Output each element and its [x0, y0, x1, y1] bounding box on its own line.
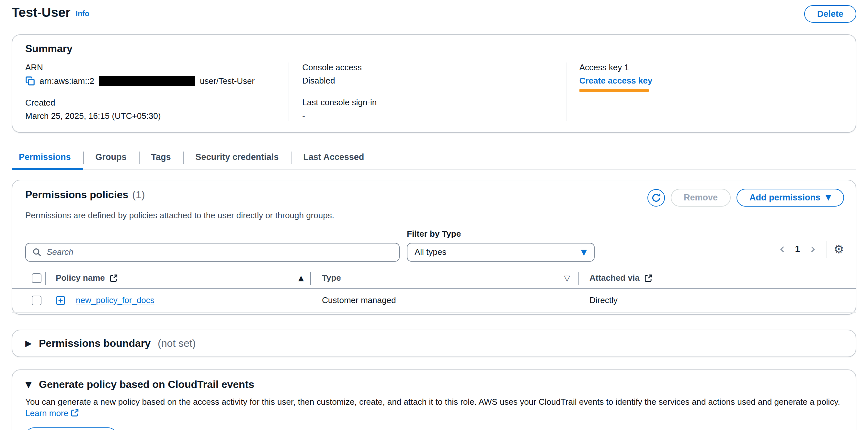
- column-type[interactable]: Type ▽: [311, 268, 579, 288]
- generate-policy-button[interactable]: Generate policy: [25, 427, 117, 430]
- permissions-policies-card: Permissions policies (1) Remove Add perm…: [12, 180, 856, 314]
- expand-row-icon[interactable]: [56, 296, 65, 305]
- permissions-boundary-card[interactable]: ▶ Permissions boundary (not set): [12, 330, 856, 357]
- last-signin-label: Last console sign-in: [302, 97, 553, 108]
- policies-table: Policy name ▲ Type ▽ Attached v: [12, 268, 856, 313]
- highlight-underline: [580, 89, 649, 92]
- permissions-boundary-title: Permissions boundary: [39, 337, 151, 349]
- permissions-boundary-status: (not set): [158, 337, 196, 349]
- permissions-policies-count: (1): [132, 189, 145, 201]
- summary-col-access-key: Access key 1 Create access key: [566, 62, 843, 121]
- chevron-right-icon: [808, 245, 817, 253]
- prev-page-button[interactable]: [775, 244, 790, 255]
- learn-more-link[interactable]: Learn more: [25, 408, 68, 418]
- tab-last-accessed[interactable]: Last Accessed: [291, 147, 376, 170]
- filter-by-type-label: Filter by Type: [407, 229, 595, 239]
- console-access-value: Disabled: [302, 76, 553, 86]
- add-permissions-label: Add permissions: [749, 192, 820, 203]
- summary-col-console: Console access Disabled Last console sig…: [288, 62, 565, 121]
- pagination-divider: [827, 241, 827, 258]
- add-permissions-button[interactable]: Add permissions ▼: [737, 189, 844, 206]
- select-all-checkbox[interactable]: [32, 273, 41, 283]
- tab-security-credentials[interactable]: Security credentials: [183, 147, 291, 170]
- settings-gear-icon[interactable]: ⚙: [834, 244, 844, 255]
- table-row: new_policy_for_docs Customer managed Dir…: [12, 289, 856, 313]
- chevron-left-icon: [778, 245, 787, 253]
- page-title: Test-User: [12, 5, 71, 20]
- summary-heading: Summary: [25, 43, 843, 55]
- type-filter-select[interactable]: All types ▼: [407, 243, 595, 262]
- remove-button[interactable]: Remove: [671, 189, 731, 206]
- generate-policy-description: You can generate a new policy based on t…: [25, 397, 840, 407]
- row-checkbox[interactable]: [32, 296, 41, 305]
- info-link[interactable]: Info: [76, 9, 89, 18]
- access-key-label: Access key 1: [580, 62, 830, 72]
- created-label: Created: [25, 98, 276, 108]
- next-page-button[interactable]: [805, 244, 820, 255]
- delete-button[interactable]: Delete: [804, 5, 856, 23]
- policy-name-header-label: Policy name: [56, 273, 105, 283]
- page-number: 1: [790, 244, 805, 254]
- summary-col-arn: ARN arn:aws:iam::2user/Test-User Created: [25, 62, 288, 121]
- copy-icon[interactable]: [25, 76, 35, 86]
- tab-groups[interactable]: Groups: [83, 147, 139, 170]
- arn-redaction: [99, 76, 195, 86]
- pagination: 1 ⚙: [775, 241, 844, 262]
- collapse-triangle-icon[interactable]: ▼: [25, 379, 32, 389]
- expand-triangle-icon[interactable]: ▶: [25, 338, 32, 348]
- policy-name-link[interactable]: new_policy_for_docs: [76, 295, 154, 305]
- last-signin-value: -: [302, 111, 553, 121]
- tab-tags[interactable]: Tags: [139, 147, 183, 170]
- tab-strip: Permissions Groups Tags Security credent…: [12, 147, 856, 170]
- search-input[interactable]: [46, 247, 393, 257]
- arn-label: ARN: [25, 62, 276, 72]
- sort-ascending-icon[interactable]: ▲: [298, 274, 304, 282]
- console-access-label: Console access: [302, 62, 553, 72]
- summary-card: Summary ARN arn:aws:iam::2user/Test-User: [12, 34, 856, 133]
- permissions-policies-title: Permissions policies: [25, 189, 128, 201]
- table-header-row: Policy name ▲ Type ▽ Attached v: [12, 268, 856, 289]
- arn-value-suffix: user/Test-User: [200, 76, 254, 86]
- generate-policy-card: ▼ Generate policy based on CloudTrail ev…: [12, 369, 856, 430]
- column-policy-name[interactable]: Policy name ▲: [46, 268, 311, 288]
- create-access-key-link[interactable]: Create access key: [580, 76, 653, 86]
- external-link-icon: [110, 274, 118, 282]
- caret-down-icon: ▼: [826, 193, 831, 202]
- sort-indicator-icon[interactable]: ▽: [564, 274, 570, 283]
- tab-permissions[interactable]: Permissions: [12, 147, 83, 170]
- external-link-icon: [71, 409, 79, 417]
- type-header-label: Type: [322, 273, 341, 283]
- caret-down-icon: ▼: [581, 248, 587, 257]
- refresh-button[interactable]: [647, 189, 665, 207]
- arn-value-prefix: arn:aws:iam::2: [39, 76, 94, 86]
- page: Test-User Info Delete Summary ARN: [0, 5, 868, 430]
- generate-policy-title: Generate policy based on CloudTrail even…: [39, 378, 254, 391]
- filter-row: Filter by Type All types ▼ 1: [25, 229, 844, 262]
- type-filter-value: All types: [414, 247, 446, 257]
- search-icon: [32, 248, 41, 257]
- created-value: March 25, 2025, 16:15 (UTC+05:30): [25, 111, 276, 121]
- search-box[interactable]: [25, 243, 400, 262]
- external-link-icon: [644, 274, 653, 282]
- policy-type-cell: Customer managed: [311, 289, 579, 312]
- attached-via-header-label: Attached via: [589, 273, 640, 283]
- attached-via-cell: Directly: [579, 289, 856, 312]
- page-header: Test-User Info Delete: [12, 5, 856, 23]
- column-attached-via[interactable]: Attached via: [579, 268, 856, 288]
- permissions-policies-description: Permissions are defined by policies atta…: [25, 211, 844, 220]
- refresh-icon: [651, 193, 661, 203]
